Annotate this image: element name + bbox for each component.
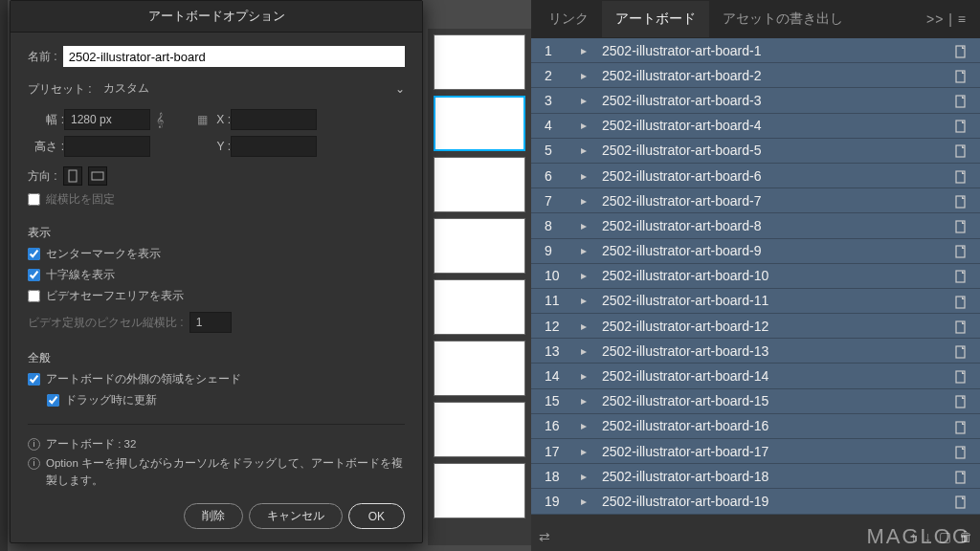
artboard-page-icon[interactable] <box>942 494 980 509</box>
artboard-row[interactable]: 6▸2502-illustrator-art-board-6 <box>531 164 980 188</box>
artboard-row[interactable]: 5▸2502-illustrator-art-board-5 <box>531 139 980 164</box>
artboard-page-icon[interactable] <box>942 218 980 233</box>
artboard-page-icon[interactable] <box>942 293 980 308</box>
artboard-page-icon[interactable] <box>942 193 980 209</box>
artboard-list: 1▸2502-illustrator-art-board-12▸2502-ill… <box>531 38 980 522</box>
artboard-name: 2502-illustrator-art-board-2 <box>598 68 942 83</box>
orientation-portrait-button[interactable] <box>63 166 82 186</box>
artboard-page-icon[interactable] <box>942 418 980 433</box>
dialog-title: アートボードオプション <box>11 1 422 33</box>
delete-button[interactable]: 削除 <box>184 503 243 529</box>
lock-aspect-checkbox[interactable] <box>28 193 40 206</box>
expand-icon[interactable]: ▸ <box>569 344 598 358</box>
expand-icon[interactable]: ▸ <box>569 320 598 333</box>
artboard-page-icon[interactable] <box>942 243 980 258</box>
artboard-name: 2502-illustrator-art-board-9 <box>598 243 942 258</box>
height-label: 高さ : <box>28 139 64 155</box>
expand-icon[interactable]: ▸ <box>569 394 598 408</box>
artboard-name: 2502-illustrator-art-board-7 <box>598 193 942 209</box>
x-input[interactable] <box>231 109 317 130</box>
tab-artboard[interactable]: アートボード <box>602 1 709 37</box>
expand-icon[interactable]: ▸ <box>569 445 598 458</box>
panel-more-icon[interactable]: >> | ≡ <box>917 11 976 27</box>
pixel-ratio-input[interactable] <box>189 312 232 333</box>
artboard-page-icon[interactable] <box>942 343 980 359</box>
link-icon[interactable]: 𝄞 <box>150 112 169 128</box>
artboard-row[interactable]: 2▸2502-illustrator-art-board-2 <box>531 63 980 88</box>
artboard-row[interactable]: 7▸2502-illustrator-art-board-7 <box>531 188 980 213</box>
expand-icon[interactable]: ▸ <box>569 470 598 483</box>
shade-outside-checkbox[interactable] <box>28 373 40 386</box>
artboard-row[interactable]: 3▸2502-illustrator-art-board-3 <box>531 88 980 113</box>
artboard-page-icon[interactable] <box>942 368 980 384</box>
artboard-number: 6 <box>531 168 569 184</box>
update-drag-checkbox[interactable] <box>47 394 59 407</box>
expand-icon[interactable]: ▸ <box>569 419 598 432</box>
artboard-number: 17 <box>531 444 569 459</box>
reference-point-icon[interactable]: ▦ <box>197 113 208 126</box>
artboard-page-icon[interactable] <box>942 443 980 458</box>
show-cross-checkbox[interactable] <box>28 269 40 281</box>
tab-link[interactable]: リンク <box>535 1 602 37</box>
artboard-row[interactable]: 17▸2502-illustrator-art-board-17 <box>531 439 980 464</box>
artboard-page-icon[interactable] <box>942 42 980 57</box>
expand-icon[interactable]: ▸ <box>569 94 598 107</box>
artboard-number: 5 <box>531 143 569 158</box>
expand-icon[interactable]: ▸ <box>569 143 598 157</box>
artboard-row[interactable]: 16▸2502-illustrator-art-board-16 <box>531 414 980 439</box>
show-center-checkbox[interactable] <box>28 248 40 260</box>
chevron-down-icon[interactable]: ⌄ <box>395 82 405 96</box>
ok-button[interactable]: OK <box>348 503 405 529</box>
artboard-row[interactable]: 10▸2502-illustrator-art-board-10 <box>531 264 980 289</box>
y-input[interactable] <box>231 136 317 157</box>
orientation-landscape-button[interactable] <box>88 166 107 186</box>
expand-icon[interactable]: ▸ <box>569 269 598 282</box>
expand-icon[interactable]: ▸ <box>569 69 598 82</box>
expand-icon[interactable]: ▸ <box>569 294 598 307</box>
artboard-name: 2502-illustrator-art-board-19 <box>598 494 942 509</box>
cancel-button[interactable]: キャンセル <box>249 503 343 529</box>
tab-asset-export[interactable]: アセットの書き出し <box>709 1 857 37</box>
artboard-page-icon[interactable] <box>942 118 980 133</box>
artboard-page-icon[interactable] <box>942 469 980 484</box>
pixel-ratio-label: ビデオ定規のピクセル縦横比 : <box>28 315 184 331</box>
artboard-row[interactable]: 4▸2502-illustrator-art-board-4 <box>531 114 980 139</box>
artboard-number: 11 <box>531 293 569 308</box>
artboard-row[interactable]: 8▸2502-illustrator-art-board-8 <box>531 213 980 238</box>
artboard-page-icon[interactable] <box>942 393 980 408</box>
expand-icon[interactable]: ▸ <box>569 44 598 57</box>
expand-icon[interactable]: ▸ <box>569 244 598 257</box>
artboard-page-icon[interactable] <box>942 68 980 83</box>
artboard-row[interactable]: 11▸2502-illustrator-art-board-11 <box>531 289 980 314</box>
height-input[interactable] <box>64 136 150 157</box>
preset-label: プリセット : <box>28 81 92 98</box>
expand-icon[interactable]: ▸ <box>569 194 598 208</box>
expand-icon[interactable]: ▸ <box>569 119 598 132</box>
artboard-row[interactable]: 12▸2502-illustrator-art-board-12 <box>531 314 980 339</box>
artboard-row[interactable]: 19▸2502-illustrator-art-board-19 <box>531 489 980 514</box>
artboard-page-icon[interactable] <box>942 167 980 183</box>
show-safe-checkbox[interactable] <box>28 290 40 302</box>
watermark: MAGLOG <box>866 524 970 549</box>
artboard-row[interactable]: 1▸2502-illustrator-art-board-1 <box>531 38 980 63</box>
name-input[interactable] <box>63 46 405 67</box>
artboard-name: 2502-illustrator-art-board-4 <box>598 118 942 133</box>
artboard-row[interactable]: 18▸2502-illustrator-art-board-18 <box>531 464 980 489</box>
artboard-number: 12 <box>531 319 569 334</box>
artboard-row[interactable]: 14▸2502-illustrator-art-board-14 <box>531 364 980 388</box>
width-input[interactable] <box>64 109 150 130</box>
artboard-page-icon[interactable] <box>942 93 980 108</box>
preset-select[interactable]: カスタム <box>98 78 395 99</box>
expand-icon[interactable]: ▸ <box>569 169 598 183</box>
artboard-row[interactable]: 9▸2502-illustrator-art-board-9 <box>531 239 980 264</box>
expand-icon[interactable]: ▸ <box>569 369 598 383</box>
artboard-page-icon[interactable] <box>942 143 980 158</box>
shuffle-icon[interactable]: ⇄ <box>539 529 550 544</box>
artboard-page-icon[interactable] <box>942 319 980 334</box>
expand-icon[interactable]: ▸ <box>569 219 598 232</box>
artboard-row[interactable]: 15▸2502-illustrator-art-board-15 <box>531 389 980 414</box>
artboard-row[interactable]: 13▸2502-illustrator-art-board-13 <box>531 339 980 364</box>
y-label: Y : <box>208 140 231 153</box>
expand-icon[interactable]: ▸ <box>569 495 598 508</box>
artboard-page-icon[interactable] <box>942 268 980 283</box>
